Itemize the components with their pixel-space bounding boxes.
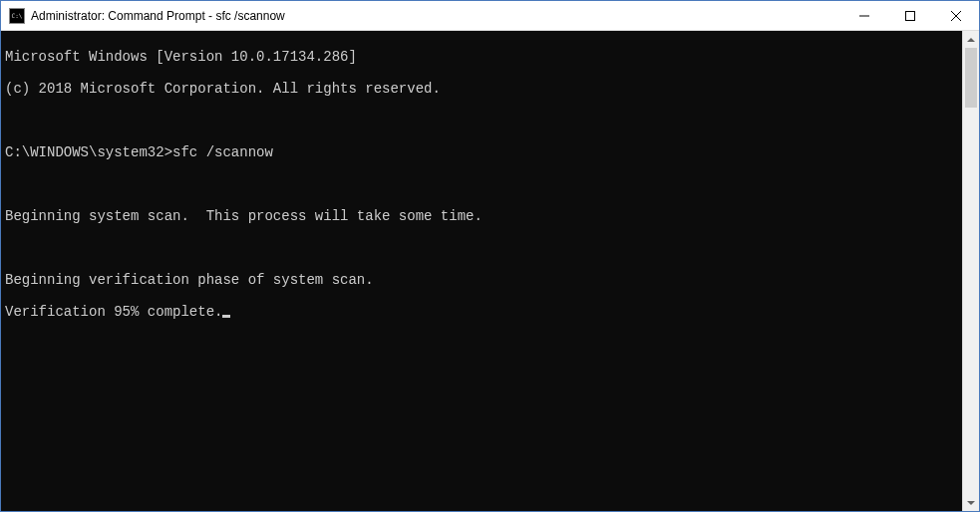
maximize-icon	[905, 11, 915, 21]
terminal-output[interactable]: Microsoft Windows [Version 10.0.17134.28…	[1, 31, 962, 511]
close-icon	[951, 11, 961, 21]
cursor-icon	[222, 315, 230, 318]
scroll-thumb[interactable]	[965, 48, 977, 108]
terminal-line: Beginning system scan. This process will…	[5, 208, 958, 224]
svg-marker-5	[967, 501, 975, 505]
titlebar[interactable]: Administrator: Command Prompt - sfc /sca…	[1, 1, 979, 31]
terminal-line: Beginning verification phase of system s…	[5, 272, 958, 288]
app-icon	[9, 8, 25, 24]
window-controls	[841, 1, 979, 30]
chevron-up-icon	[967, 38, 975, 42]
scroll-down-button[interactable]	[963, 494, 979, 511]
svg-marker-4	[967, 38, 975, 42]
progress-text: Verification 95% complete.	[5, 304, 222, 320]
scroll-track[interactable]	[963, 48, 979, 494]
scroll-up-button[interactable]	[963, 31, 979, 48]
terminal-line	[5, 240, 958, 256]
window-title: Administrator: Command Prompt - sfc /sca…	[31, 9, 841, 23]
terminal-line	[5, 113, 958, 128]
prompt-path: C:\WINDOWS\system32>	[5, 144, 172, 160]
terminal-progress-line: Verification 95% complete.	[5, 304, 958, 320]
content-area: Microsoft Windows [Version 10.0.17134.28…	[1, 31, 979, 511]
chevron-down-icon	[967, 501, 975, 505]
terminal-line: (c) 2018 Microsoft Corporation. All righ…	[5, 81, 958, 97]
minimize-icon	[859, 11, 869, 21]
prompt-command: sfc /scannow	[172, 144, 273, 160]
terminal-line	[5, 176, 958, 192]
window-frame: Administrator: Command Prompt - sfc /sca…	[0, 0, 980, 512]
minimize-button[interactable]	[841, 1, 887, 30]
terminal-line: Microsoft Windows [Version 10.0.17134.28…	[5, 49, 958, 65]
vertical-scrollbar[interactable]	[962, 31, 979, 511]
svg-rect-1	[906, 11, 915, 20]
maximize-button[interactable]	[887, 1, 933, 30]
close-button[interactable]	[933, 1, 979, 30]
terminal-prompt-line: C:\WINDOWS\system32>sfc /scannow	[5, 144, 958, 160]
